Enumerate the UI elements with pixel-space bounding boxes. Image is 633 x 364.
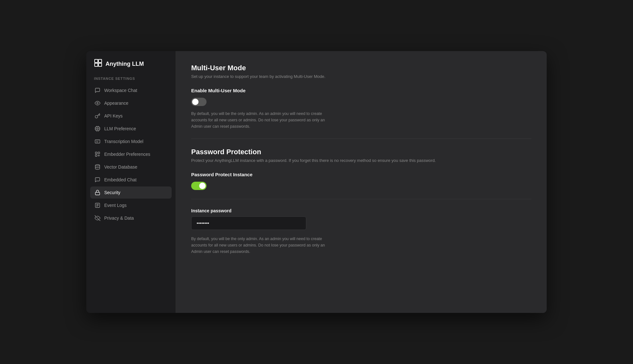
sidebar-item-embedder-preferences[interactable]: Embedder Preferences — [90, 148, 172, 160]
svg-rect-5 — [96, 127, 99, 131]
instance-password-input[interactable] — [191, 216, 306, 230]
svg-rect-16 — [95, 152, 97, 154]
svg-rect-1 — [98, 59, 102, 63]
cc-icon — [95, 139, 100, 144]
svg-rect-3 — [98, 63, 102, 66]
sidebar-item-llm-preference[interactable]: LLM Preference — [90, 123, 172, 135]
sidebar-item-vector-database[interactable]: Vector Database — [90, 161, 172, 173]
sidebar-item-transcription-model[interactable]: Transcription Model — [90, 135, 172, 148]
page-title: Multi-User Mode — [191, 64, 531, 72]
lock-icon — [95, 190, 100, 195]
sidebar-item-appearance[interactable]: Appearance — [90, 97, 172, 109]
sidebar-item-label: Transcription Model — [104, 139, 143, 144]
svg-rect-15 — [95, 140, 100, 143]
multi-user-toggle-thumb — [192, 99, 199, 105]
sidebar-item-label: Embedded Chat — [104, 177, 137, 182]
svg-rect-21 — [95, 192, 100, 195]
cpu-icon — [95, 126, 100, 132]
section-divider-1 — [191, 139, 531, 139]
sidebar-item-privacy-data[interactable]: Privacy & Data — [90, 212, 172, 224]
privacy-icon — [95, 215, 100, 221]
eye-icon — [95, 100, 100, 106]
sidebar-item-label: API Keys — [104, 113, 123, 118]
sidebar-item-workspace-chat[interactable]: Workspace Chat — [90, 84, 172, 96]
multi-user-toggle-row — [191, 98, 531, 106]
multi-user-section: Enable Multi-User Mode By default, you w… — [191, 88, 531, 130]
sidebar: Anything LLM INSTANCE SETTINGS Workspace… — [86, 51, 176, 313]
sidebar-item-embedded-chat[interactable]: Embedded Chat — [90, 174, 172, 186]
protect-instance-label: Password Protect Instance — [191, 172, 531, 177]
logo-icon — [94, 59, 102, 69]
svg-rect-6 — [97, 128, 98, 130]
password-protection-desc: Protect your AnythingLLM instance with a… — [191, 158, 531, 163]
multi-user-toggle[interactable] — [191, 98, 207, 106]
sidebar-item-label: Privacy & Data — [104, 216, 134, 221]
svg-rect-17 — [98, 152, 100, 154]
svg-rect-2 — [95, 63, 98, 66]
sidebar-item-label: Security — [104, 190, 121, 195]
multi-user-info: By default, you will be the only admin. … — [191, 110, 325, 130]
sidebar-item-label: Embedder Preferences — [104, 152, 150, 157]
protect-toggle-row — [191, 182, 531, 190]
protect-toggle[interactable] — [191, 182, 207, 190]
sidebar-item-security[interactable]: Security — [90, 186, 172, 199]
embedded-chat-icon — [95, 177, 100, 183]
sidebar-item-label: Workspace Chat — [104, 88, 137, 93]
section-divider-2 — [191, 199, 531, 199]
multi-user-label: Enable Multi-User Mode — [191, 88, 531, 93]
database-icon — [95, 164, 100, 170]
sidebar-item-label: Appearance — [104, 101, 129, 106]
password-protection-section: Password Protection Protect your Anythin… — [191, 148, 531, 255]
page-description: Set up your instance to support your tea… — [191, 74, 531, 79]
sidebar-item-api-keys[interactable]: API Keys — [90, 110, 172, 122]
svg-rect-0 — [95, 59, 98, 63]
embedder-icon — [95, 151, 100, 157]
sidebar-item-label: Vector Database — [104, 164, 137, 170]
main-content: Multi-User Mode Set up your instance to … — [176, 51, 547, 313]
instance-settings-label: INSTANCE SETTINGS — [90, 77, 172, 84]
instance-password-label: Instance password — [191, 208, 531, 213]
protect-toggle-thumb — [199, 183, 206, 189]
sidebar-item-event-logs[interactable]: Event Logs — [90, 199, 172, 211]
svg-point-4 — [97, 102, 98, 104]
sidebar-item-label: Event Logs — [104, 203, 127, 208]
chat-icon — [95, 87, 100, 93]
logo-area: Anything LLM — [90, 59, 172, 77]
password-info-text: By default, you will be the only admin. … — [191, 236, 325, 255]
svg-point-19 — [95, 165, 100, 166]
password-protection-title: Password Protection — [191, 148, 531, 156]
logo-text: Anything LLM — [106, 61, 144, 67]
svg-rect-18 — [95, 155, 97, 156]
key-icon — [95, 113, 100, 119]
sidebar-item-label: LLM Preference — [104, 126, 136, 131]
logs-icon — [95, 202, 100, 208]
app-window: Anything LLM INSTANCE SETTINGS Workspace… — [86, 51, 547, 313]
